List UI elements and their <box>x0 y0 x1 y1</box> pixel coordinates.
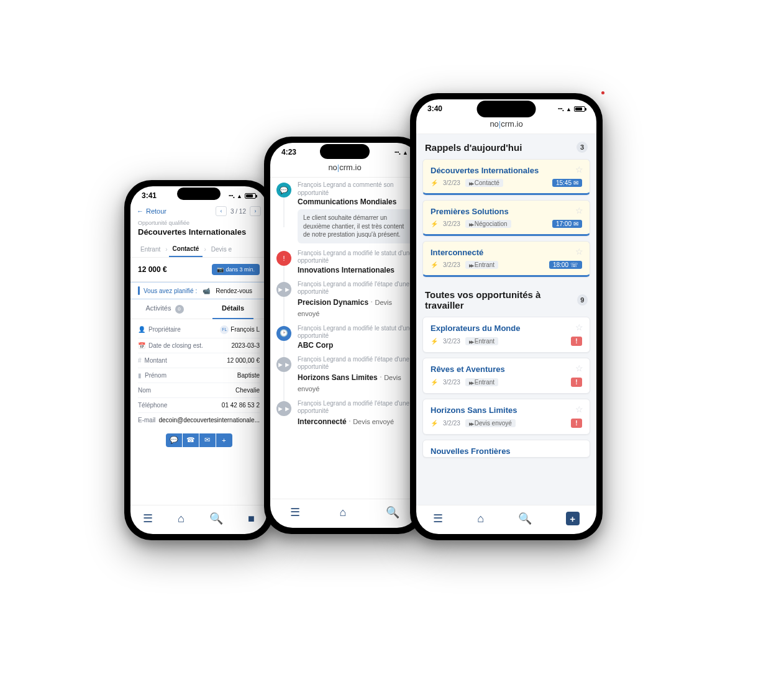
star-icon[interactable]: ☆ <box>575 404 583 414</box>
step-entrant[interactable]: Entrant <box>137 242 164 256</box>
lead-card[interactable]: ☆ Rêves et Aventures 3/2/23 Entrant ! <box>422 358 590 394</box>
lead-card[interactable]: ☆ Explorateurs du Monde 3/2/23 Entrant ! <box>422 317 590 353</box>
timeline-title: Innovations Internationales <box>298 266 413 274</box>
time-pill: 18:00 <box>549 261 582 269</box>
user-icon: 👤 <box>138 326 145 333</box>
reminder-card[interactable]: ☆ Interconnecté 3/2/23 Entrant 18:00 <box>422 241 590 277</box>
nav-menu-icon[interactable]: ☰ <box>433 512 443 525</box>
notch <box>320 144 370 159</box>
nav-menu-icon[interactable]: ☰ <box>143 512 153 525</box>
nav-home-icon[interactable]: ⌂ <box>178 512 185 525</box>
phone-icon <box>570 261 578 268</box>
star-icon[interactable]: ☆ <box>575 322 583 332</box>
timeline-meta: François Legrand a modifié le statut d'u… <box>298 250 413 265</box>
row-name: Nom Chevalie <box>138 383 260 398</box>
phone-right: 3:40 no|crm.io Rappels d'aujourd'hui 3 ☆… <box>410 93 603 540</box>
mail-icon <box>573 179 578 186</box>
owner-value: François L <box>230 325 260 332</box>
brand-header: no|crm.io <box>416 116 596 134</box>
section-reminders-count: 3 <box>577 142 588 153</box>
timeline-title: ABC Corp <box>298 341 413 350</box>
clock: 3:40 <box>427 104 442 113</box>
timeline-item[interactable]: ►► François Legrand a modifié l'étape d'… <box>276 356 413 394</box>
time-pill: 15:45 <box>552 179 582 187</box>
star-icon[interactable]: ☆ <box>575 247 583 256</box>
row-closing: 📅Date de closing est. 2023-03-3 <box>138 338 260 353</box>
bolt-icon <box>431 420 438 427</box>
tab-details[interactable]: Détails <box>199 299 267 319</box>
nav-search-icon[interactable]: 🔍 <box>209 512 223 525</box>
star-icon[interactable]: ☆ <box>575 363 583 373</box>
signal-icon <box>394 148 400 156</box>
forward-icon <box>469 338 473 345</box>
add-button[interactable]: + <box>216 433 232 447</box>
signal-icon <box>558 104 563 113</box>
calendar-icon: 📅 <box>138 342 145 349</box>
schedule-button[interactable]: dans 3 min. <box>212 264 260 275</box>
timeline-item[interactable]: ►► François Legrand a modifié l'étape d'… <box>276 281 413 319</box>
closing-value: 2023-03-3 <box>231 342 260 349</box>
nav-plus-icon[interactable]: ■ <box>248 512 255 525</box>
timeline-item[interactable]: ►► François Legrand a modifié l'étape d'… <box>276 400 413 427</box>
email-button[interactable]: ✉ <box>199 433 216 447</box>
reminder-card[interactable]: ☆ Premières Solutions 3/2/23 Négociation… <box>422 200 590 236</box>
pipeline-steps: Entrant › Contacté › Devis e <box>130 242 267 258</box>
timeline-quote: Le client souhaite démarrer un deuxième … <box>298 209 413 243</box>
nav-search-icon[interactable]: 🔍 <box>386 505 399 519</box>
star-icon[interactable]: ☆ <box>575 206 583 215</box>
forward-icon <box>469 179 473 186</box>
star-icon[interactable]: ☆ <box>575 165 583 174</box>
call-button[interactable]: ☎ <box>183 433 199 447</box>
back-button[interactable]: Retour <box>137 207 166 215</box>
firstname-label: Prénom <box>145 372 166 379</box>
nav-menu-icon[interactable]: ☰ <box>290 505 300 519</box>
card-title: Premières Solutions <box>431 207 582 216</box>
nav-search-icon[interactable]: 🔍 <box>518 512 532 525</box>
mail-icon <box>573 220 578 227</box>
pager-label: 3 / 12 <box>230 208 246 215</box>
meeting-icon <box>201 288 212 294</box>
wifi-icon <box>566 104 572 113</box>
alert-icon: ! <box>276 251 291 266</box>
reminder-card[interactable]: ☆ Découvertes Internationales 3/2/23 Con… <box>422 159 590 195</box>
card-title: Nouvelles Frontières <box>431 446 582 456</box>
amount-label: Montant <box>145 357 167 364</box>
section-leads-count: 9 <box>577 294 588 306</box>
lead-card[interactable]: ☆ Horizons Sans Limites 3/2/23 Devis env… <box>422 399 590 435</box>
card-date: 3/2/23 <box>443 179 460 186</box>
tab-activities[interactable]: Activités 0 <box>130 299 199 319</box>
comment-button[interactable]: 💬 <box>166 433 182 447</box>
timeline-item[interactable]: 🕑 François Legrand a modifié le statut d… <box>276 325 413 350</box>
wifi-icon <box>237 191 242 200</box>
forward-icon: ►► <box>276 357 291 372</box>
brand-right: crm.io <box>501 119 522 129</box>
nav-home-icon[interactable]: ⌂ <box>477 512 484 525</box>
action-bar: 💬 ☎ ✉ + <box>166 433 232 447</box>
card-title: Horizons Sans Limites <box>431 405 582 415</box>
wifi-icon <box>403 148 408 156</box>
pager-next-button[interactable]: › <box>250 206 261 216</box>
bolt-icon <box>431 261 438 268</box>
nav-add-button[interactable]: + <box>566 512 580 525</box>
stage-pill: Contacté <box>465 179 503 187</box>
section-reminders-title: Rappels d'aujourd'hui <box>425 142 522 153</box>
battery-icon <box>574 106 585 112</box>
brand-header: no|crm.io <box>270 159 419 178</box>
card-date: 3/2/23 <box>443 338 460 345</box>
step-contacte[interactable]: Contacté <box>169 242 203 257</box>
step-devis[interactable]: Devis e <box>207 242 235 256</box>
chevron-icon: › <box>203 246 207 253</box>
lead-card[interactable]: Nouvelles Frontières <box>422 440 590 458</box>
comment-icon: 💬 <box>276 183 291 197</box>
stage-pill: Devis envoyé <box>465 419 516 427</box>
card-date: 3/2/23 <box>443 379 460 386</box>
chevron-icon: › <box>164 246 168 253</box>
card-date: 3/2/23 <box>443 220 460 227</box>
nav-home-icon[interactable]: ⌂ <box>340 506 347 519</box>
phone-left: 3:41 Retour ‹ 3 / 12 › Opportunité quali… <box>124 180 273 540</box>
timeline-item[interactable]: 💬 François Legrand a commenté son opport… <box>276 181 413 243</box>
phone-label: Téléphone <box>138 402 167 409</box>
pager-prev-button[interactable]: ‹ <box>216 206 227 216</box>
timeline-item[interactable]: ! François Legrand a modifié le statut d… <box>276 250 413 274</box>
phone-middle: 4:23 no|crm.io 💬 François Legrand a comm… <box>264 137 426 534</box>
